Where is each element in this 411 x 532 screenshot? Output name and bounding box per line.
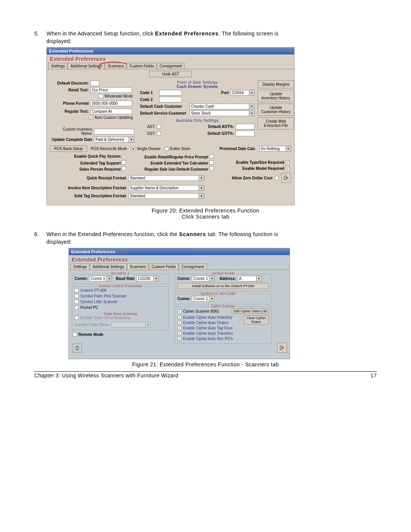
exit-button[interactable] xyxy=(277,343,287,353)
chevron-down-icon[interactable]: ▼ xyxy=(209,276,215,281)
update-inventory-history-button[interactable]: Update Inventory History xyxy=(258,90,294,102)
chevron-down-icon[interactable]: ▼ xyxy=(209,296,215,302)
promised-date-calc-combo[interactable]: Do Nothing xyxy=(259,146,286,152)
update-complete-combo[interactable]: Paid & Delivered xyxy=(94,137,129,142)
custom-inv-name-input[interactable] xyxy=(94,129,134,134)
symbol-comm-combo[interactable]: Comm 1 xyxy=(192,296,209,302)
default-discount-input[interactable] xyxy=(90,80,99,86)
default-ast-input[interactable] xyxy=(236,124,255,129)
cipher-auto-transfers-checkbox[interactable]: ✓Enable Cipher Auto Transfers xyxy=(177,331,242,335)
enable-model-required-checkbox[interactable]: ✓ xyxy=(285,167,290,171)
tab-consignment[interactable]: Consignment xyxy=(157,63,185,69)
unitech-address-combo[interactable]: A xyxy=(237,276,256,281)
sales-person-required-checkbox[interactable] xyxy=(122,166,126,171)
tab-custom-fields[interactable]: Custom Fields xyxy=(127,63,156,69)
edit-cipher-users-button[interactable]: Edit Cipher Users List xyxy=(232,308,269,314)
extended-preferences-dialog-scanners: Extended Preferences Extended Preference… xyxy=(68,248,290,359)
chevron-down-icon[interactable]: ▼ xyxy=(249,110,255,116)
cipher-auto-tag-checkbox[interactable]: ✓Enable Cipher Auto Tag Floor xyxy=(177,326,242,330)
auto-custom-updating-checkbox[interactable]: ✓ Auto Custom Updating xyxy=(89,115,133,120)
default-cash-customer-combo[interactable]: Chester Cash xyxy=(190,104,249,109)
tab-strip: Settings Additional Settings Scanners Cu… xyxy=(69,264,290,270)
regular-sale-default-label: Regular Sale Use Default Customer xyxy=(144,167,208,171)
refresh-button[interactable] xyxy=(73,343,82,353)
update-customer-history-button[interactable]: Update Customer History xyxy=(258,104,294,116)
cipher-auto-orders-checkbox[interactable]: ✓Enable Cipher Auto Orders xyxy=(177,321,242,325)
tab-settings[interactable]: Settings xyxy=(48,63,67,69)
pos-bank-setup-button[interactable]: POS Bank Setup xyxy=(50,145,87,152)
cipher-auto-rec-po-checkbox[interactable]: ✓Enable Cipher Auto Rec PO's xyxy=(177,337,242,341)
step5-cont: displayed: xyxy=(34,38,377,44)
code2-label: Code 2 xyxy=(140,97,159,102)
tab-additional-settings[interactable]: Additional Settings xyxy=(68,63,105,69)
single-drawer-radio[interactable]: Single Drawer xyxy=(131,147,161,151)
chevron-down-icon[interactable]: ▼ xyxy=(249,90,255,96)
default-gst-input[interactable] xyxy=(236,131,255,136)
clear-cipher-scans-button[interactable]: Clear Cipher Scans xyxy=(244,315,269,324)
scanner-control-group: Scanner Control of Inventory Unitech PT-… xyxy=(72,286,169,330)
scanpal-baud-combo[interactable]: 115200 xyxy=(136,276,154,281)
pos-reconcile-mode-label: POS Reconcile Mode xyxy=(91,147,127,151)
tab-scanners[interactable]: Scanners xyxy=(105,63,126,69)
default-service-customer-combo[interactable]: Store Stock xyxy=(190,110,249,116)
chevron-down-icon[interactable]: ▼ xyxy=(249,104,255,109)
ast-label: AST: xyxy=(140,125,155,129)
pos-settings-title: Point of Sale Settings xyxy=(140,80,255,85)
remote-mode-checkbox[interactable]: Remote Mode xyxy=(73,332,104,337)
quick-receipt-format-combo[interactable]: Standard xyxy=(128,175,199,181)
default-service-customer-label: Default Service Customer xyxy=(140,111,190,115)
port-combo[interactable]: CD554 xyxy=(230,90,249,96)
entire-store-radio[interactable]: Entire Store xyxy=(164,147,190,151)
extended-tag-support-checkbox[interactable] xyxy=(122,160,126,165)
create-web-extraction-button[interactable]: Create Web Extraction File xyxy=(258,117,294,129)
symbol-palm-checkbox[interactable]: Symbol Palm Pilot Scanner xyxy=(75,294,166,298)
exit-button[interactable] xyxy=(281,173,291,183)
tab-consignment[interactable]: Consignment xyxy=(179,264,207,270)
retail-text-input[interactable]: Our Price xyxy=(90,87,132,93)
display-margins-button[interactable]: Display Margins xyxy=(258,80,294,88)
enable-ext-tax-checkbox[interactable] xyxy=(209,160,213,165)
phone-format-input[interactable]: (000) 000-0000 xyxy=(90,101,132,106)
tab-additional-settings[interactable]: Additional Settings xyxy=(90,264,127,270)
wholesale-mode-checkbox[interactable]: Wholesale Mode xyxy=(99,94,133,98)
code2-input[interactable] xyxy=(159,97,182,102)
cipher-auto-inventory-checkbox[interactable]: ✓Enable Cipher Auto Inventory xyxy=(177,315,242,320)
chevron-down-icon[interactable]: ▼ xyxy=(199,185,204,191)
chevron-down-icon[interactable]: ▼ xyxy=(256,276,262,281)
enable-model-required-label: Enable Model Required xyxy=(242,166,285,171)
current-trade-show-label: Current Trade Show: xyxy=(75,323,110,327)
enable-type-size-label: Enable Type/Size Required xyxy=(236,160,284,165)
unitech-comm-combo[interactable]: Comm 1 xyxy=(192,276,209,281)
sold-tag-desc-combo[interactable]: Standard xyxy=(128,193,199,199)
chevron-down-icon[interactable]: ▼ xyxy=(154,276,159,281)
chevron-down-icon[interactable]: ▼ xyxy=(199,193,204,199)
code1-input[interactable] xyxy=(159,90,182,96)
symbol-little-checkbox[interactable]: Symbol Little Scanner xyxy=(75,300,166,304)
gst-checkbox[interactable] xyxy=(157,131,161,136)
tab-custom-fields[interactable]: Custom Fields xyxy=(149,264,178,270)
enable-quick-pay-checkbox[interactable]: ✓ xyxy=(122,155,126,159)
install-unitech-button[interactable]: Install Software on to the Unitech PT-60… xyxy=(177,283,269,289)
allow-zero-dollar-checkbox[interactable] xyxy=(275,176,279,180)
chevron-down-icon[interactable]: ▼ xyxy=(199,175,204,181)
scanpal-comm-combo[interactable]: Comm 1 xyxy=(89,276,107,281)
chevron-down-icon[interactable]: ▼ xyxy=(129,137,134,142)
checkbox-icon xyxy=(99,94,103,98)
enable-trade-show-checkbox[interactable]: Enable Trade Show Scanning xyxy=(75,316,131,320)
enable-retail-prompt-checkbox[interactable] xyxy=(209,154,213,158)
pocket-pc-checkbox[interactable]: Pocket PC xyxy=(75,305,166,310)
undo-ast-button[interactable]: Undo AST xyxy=(149,71,192,77)
unitech-comm-label: Comm: xyxy=(177,276,190,281)
step5-text: 5. When in the Advanced Setup function, … xyxy=(34,30,377,37)
invoice-item-desc-combo[interactable]: Supplier Name & Description xyxy=(128,185,199,191)
cipher-8061-checkbox[interactable]: ✓Cipher Scanner 8061 xyxy=(177,309,219,313)
chevron-down-icon[interactable]: ▼ xyxy=(286,146,291,152)
regular-sale-default-checkbox[interactable] xyxy=(209,166,213,171)
tab-scanners[interactable]: Scanners xyxy=(127,264,148,270)
ast-checkbox[interactable] xyxy=(157,125,161,129)
unitech-pt600-checkbox[interactable]: Unitech PT-600 xyxy=(75,288,166,292)
chevron-down-icon[interactable]: ▼ xyxy=(107,276,112,281)
regular-text-input[interactable]: Compare At xyxy=(90,109,132,114)
enable-type-size-checkbox[interactable]: ✓ xyxy=(285,161,290,165)
tab-settings[interactable]: Settings xyxy=(70,264,89,270)
